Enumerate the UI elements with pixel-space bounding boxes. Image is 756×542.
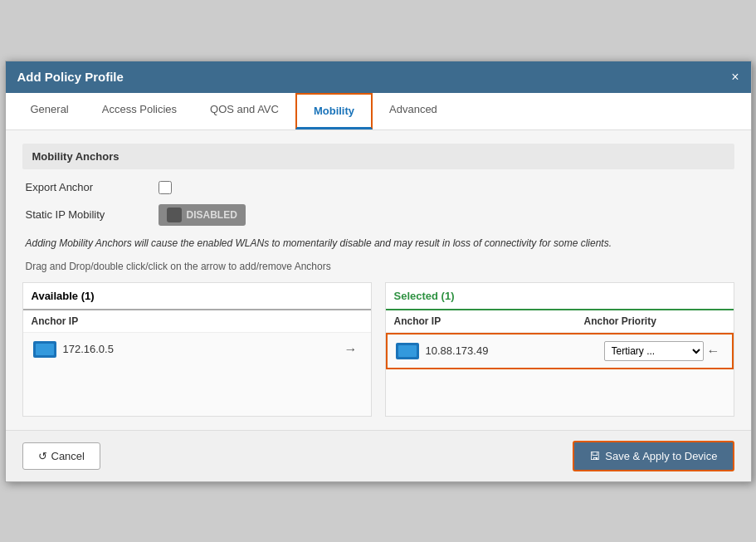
modal-body: Mobility Anchors Export Anchor Static IP… (6, 130, 751, 430)
modal-title: Add Policy Profile (17, 70, 124, 84)
export-anchor-checkbox[interactable] (159, 181, 172, 194)
toggle-knob (167, 208, 182, 222)
available-panel-header: Available (1) (23, 283, 371, 310)
cancel-button[interactable]: ↺ Cancel (22, 442, 100, 470)
cancel-label: Cancel (51, 450, 85, 462)
section-title: Mobility Anchors (22, 144, 734, 169)
selected-col-priority-header: Anchor Priority (584, 315, 700, 327)
tab-mobility[interactable]: Mobility (295, 93, 373, 129)
available-panel: Available (1) Anchor IP 172.16.0.5 → (22, 282, 372, 417)
selected-col-headers: Anchor IP Anchor Priority (386, 310, 734, 333)
toggle-label: DISABLED (187, 209, 237, 221)
drag-hint: Drag and Drop/double click/click on the … (22, 261, 734, 272)
anchor-columns: Available (1) Anchor IP 172.16.0.5 → (22, 282, 734, 417)
available-ip-text: 172.16.0.5 (63, 343, 341, 355)
tab-general[interactable]: General (14, 93, 85, 129)
save-icon: 🖫 (589, 450, 600, 462)
export-anchor-row: Export Anchor (22, 181, 734, 194)
tab-advanced[interactable]: Advanced (373, 93, 454, 129)
selected-ip-text: 10.88.173.49 (426, 344, 604, 357)
close-button[interactable]: × (731, 70, 739, 85)
save-label: Save & Apply to Device (605, 450, 717, 462)
static-ip-row: Static IP Mobility DISABLED (22, 204, 734, 226)
export-anchor-label: Export Anchor (26, 181, 159, 193)
move-right-button[interactable]: → (341, 342, 361, 357)
move-left-button[interactable]: ← (704, 344, 724, 359)
selected-col-ip-header: Anchor IP (394, 315, 584, 327)
available-panel-body: 172.16.0.5 → (23, 333, 371, 416)
cancel-icon: ↺ (38, 450, 47, 462)
modal-header: Add Policy Profile × (6, 61, 751, 93)
priority-dropdown[interactable]: Tertiary ... Primary Secondary Tertiary (604, 341, 704, 361)
selected-panel-header: Selected (1) (386, 283, 734, 310)
tab-qos-avc[interactable]: QOS and AVC (193, 93, 295, 129)
selected-anchor-device-icon (396, 343, 419, 359)
tab-bar: General Access Policies QOS and AVC Mobi… (6, 93, 751, 130)
static-ip-label: Static IP Mobility (26, 208, 159, 221)
table-row: 10.88.173.49 Tertiary ... Primary Second… (386, 333, 734, 369)
anchor-device-icon (33, 341, 56, 358)
available-col-ip-header: Anchor IP (32, 315, 363, 327)
selected-panel-body: 10.88.173.49 Tertiary ... Primary Second… (386, 333, 734, 416)
available-col-headers: Anchor IP (23, 310, 371, 333)
modal-footer: ↺ Cancel 🖫 Save & Apply to Device (6, 430, 751, 481)
info-text: Adding Mobility Anchors will cause the e… (22, 236, 734, 251)
static-ip-toggle[interactable]: DISABLED (159, 204, 246, 226)
selected-panel: Selected (1) Anchor IP Anchor Priority 1… (385, 282, 734, 417)
modal-container: Add Policy Profile × General Access Poli… (5, 61, 752, 482)
table-row: 172.16.0.5 → (23, 333, 371, 366)
save-apply-button[interactable]: 🖫 Save & Apply to Device (573, 441, 734, 471)
tab-access-policies[interactable]: Access Policies (85, 93, 193, 129)
